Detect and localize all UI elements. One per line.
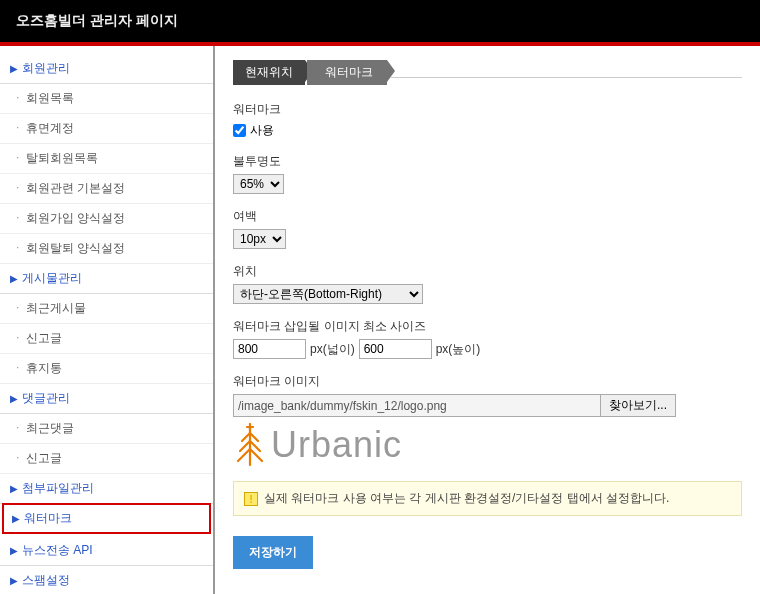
opacity-select[interactable]: 65% (233, 174, 284, 194)
logo-text: Urbanic (271, 424, 402, 466)
sidebar-item[interactable]: 탈퇴회원목록 (0, 144, 213, 174)
sidebar-section-label: 뉴스전송 API (22, 542, 93, 559)
sidebar: ▶회원관리회원목록휴면계정탈퇴회원목록회원관련 기본설정회원가입 양식설정회원탈… (0, 46, 215, 594)
page-title: 오즈홈빌더 관리자 페이지 (16, 12, 744, 30)
use-label: 사용 (250, 122, 274, 139)
sidebar-item[interactable]: 신고글 (0, 444, 213, 474)
breadcrumb: 현재위치 워터마크 (233, 60, 742, 85)
sidebar-section-header[interactable]: ▶뉴스전송 API (0, 536, 213, 566)
position-select[interactable]: 하단-오른쪽(Bottom-Right) (233, 284, 423, 304)
main-container: ▶회원관리회원목록휴면계정탈퇴회원목록회원관련 기본설정회원가입 양식설정회원탈… (0, 46, 760, 594)
height-input[interactable] (359, 339, 432, 359)
triangle-icon: ▶ (12, 513, 20, 524)
sidebar-item[interactable]: 회원관련 기본설정 (0, 174, 213, 204)
sidebar-section-header[interactable]: ▶댓글관리 (0, 384, 213, 414)
sidebar-item[interactable]: 휴면계정 (0, 114, 213, 144)
field-position: 위치 하단-오른쪽(Bottom-Right) (233, 263, 742, 304)
opacity-label: 불투명도 (233, 153, 742, 170)
sidebar-item[interactable]: 회원목록 (0, 84, 213, 114)
sidebar-section-label: 스팸설정 (22, 572, 70, 589)
position-label: 위치 (233, 263, 742, 280)
field-margin: 여백 10px (233, 208, 742, 249)
use-checkbox[interactable] (233, 124, 246, 137)
sidebar-section-label: 회원관리 (22, 60, 70, 77)
sidebar-item[interactable]: 회원가입 양식설정 (0, 204, 213, 234)
watermark-label: 워터마크 (233, 101, 742, 118)
minsize-label: 워터마크 삽입될 이미지 최소 사이즈 (233, 318, 742, 335)
field-minsize: 워터마크 삽입될 이미지 최소 사이즈 px(넓이) px(높이) (233, 318, 742, 359)
sidebar-item[interactable]: 휴지통 (0, 354, 213, 384)
image-path-input[interactable] (233, 394, 601, 417)
sidebar-section-label: 워터마크 (24, 510, 72, 527)
save-button[interactable]: 저장하기 (233, 536, 313, 569)
width-unit: px(넓이) (310, 341, 355, 358)
sidebar-section-header[interactable]: ▶게시물관리 (0, 264, 213, 294)
width-input[interactable] (233, 339, 306, 359)
sidebar-item[interactable]: 신고글 (0, 324, 213, 354)
field-image: 워터마크 이미지 찾아보기... (233, 373, 742, 467)
sidebar-section-header[interactable]: ▶스팸설정 (0, 566, 213, 594)
sidebar-section-header[interactable]: ▶워터마크 (2, 503, 211, 534)
warning-icon: ! (244, 492, 258, 506)
admin-header: 오즈홈빌더 관리자 페이지 (0, 0, 760, 46)
sidebar-section-label: 게시물관리 (22, 270, 82, 287)
notice-text: 실제 워터마크 사용 여부는 각 게시판 환경설정/기타설정 탭에서 설정합니다… (264, 490, 669, 507)
triangle-icon: ▶ (10, 545, 18, 556)
triangle-icon: ▶ (10, 575, 18, 586)
margin-label: 여백 (233, 208, 742, 225)
height-unit: px(높이) (436, 341, 481, 358)
tree-icon (233, 423, 267, 467)
triangle-icon: ▶ (10, 393, 18, 404)
logo-preview: Urbanic (233, 423, 742, 467)
field-watermark: 워터마크 사용 (233, 101, 742, 139)
sidebar-section-header[interactable]: ▶회원관리 (0, 54, 213, 84)
breadcrumb-line (391, 67, 742, 78)
sidebar-item[interactable]: 최근게시물 (0, 294, 213, 324)
breadcrumb-current: 현재위치 (233, 60, 305, 85)
image-label: 워터마크 이미지 (233, 373, 742, 390)
svg-line-1 (242, 433, 250, 441)
sidebar-section-label: 첨부파일관리 (22, 480, 94, 497)
sidebar-section-label: 댓글관리 (22, 390, 70, 407)
triangle-icon: ▶ (10, 273, 18, 284)
sidebar-item[interactable]: 최근댓글 (0, 414, 213, 444)
sidebar-item[interactable]: 회원탈퇴 양식설정 (0, 234, 213, 264)
field-opacity: 불투명도 65% (233, 153, 742, 194)
svg-line-2 (250, 433, 258, 441)
browse-button[interactable]: 찾아보기... (600, 394, 676, 417)
content: 현재위치 워터마크 워터마크 사용 불투명도 65% 여백 10px 위치 (215, 46, 760, 594)
sidebar-section-header[interactable]: ▶첨부파일관리 (0, 474, 213, 504)
triangle-icon: ▶ (10, 483, 18, 494)
notice: ! 실제 워터마크 사용 여부는 각 게시판 환경설정/기타설정 탭에서 설정합… (233, 481, 742, 516)
triangle-icon: ▶ (10, 63, 18, 74)
margin-select[interactable]: 10px (233, 229, 286, 249)
breadcrumb-page: 워터마크 (307, 60, 387, 85)
